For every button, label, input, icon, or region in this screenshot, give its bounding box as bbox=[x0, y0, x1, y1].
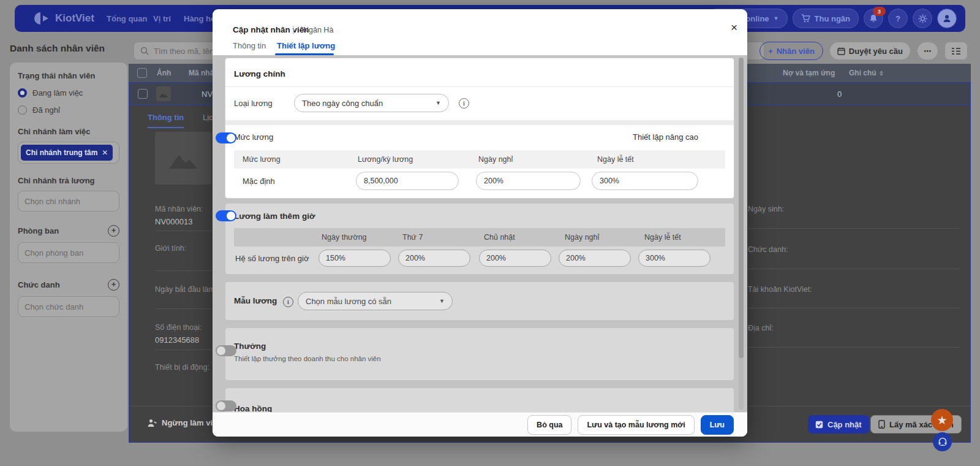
code-value: NV000013 bbox=[155, 217, 192, 226]
radio-dang-lam-viec[interactable]: Đang làm việc bbox=[18, 88, 119, 97]
notification-badge: 3 bbox=[873, 7, 886, 16]
add-role-icon[interactable]: + bbox=[108, 279, 119, 291]
dept-label: Phòng ban + bbox=[18, 225, 119, 237]
bonus-description: Thiết lập thưởng theo doanh thu cho nhân… bbox=[234, 355, 381, 362]
dayoff-input[interactable] bbox=[476, 172, 581, 190]
overtime-table-row: Hệ số lương trên giờ bbox=[234, 246, 725, 270]
columns-icon bbox=[951, 47, 961, 55]
salary-col-3: Ngày lễ tết bbox=[597, 150, 634, 169]
close-icon[interactable]: × bbox=[731, 21, 737, 33]
detail-tab-info[interactable]: Thông tin bbox=[148, 113, 184, 128]
ot-input-1[interactable] bbox=[398, 250, 470, 267]
ellipsis-icon: ⋯ bbox=[924, 47, 932, 56]
ot-field-2[interactable] bbox=[479, 246, 551, 270]
ot-col-4: Ngày lễ tết bbox=[644, 228, 681, 246]
thu-ngan-button[interactable]: Thu ngân bbox=[793, 9, 859, 28]
toolbar-buttons: + Nhân viên Duyệt yêu cầu ⋯ bbox=[760, 42, 968, 60]
dept-select[interactable]: Chọn phòng ban bbox=[18, 242, 119, 263]
add-employee-button[interactable]: + Nhân viên bbox=[760, 42, 823, 60]
holiday-field[interactable] bbox=[592, 169, 698, 193]
ot-field-1[interactable] bbox=[398, 246, 470, 270]
gender-label: Giới tính: bbox=[155, 244, 186, 253]
ot-input-0[interactable] bbox=[318, 250, 391, 267]
template-placeholder: Chọn mẫu lương có sẵn bbox=[306, 297, 391, 306]
ot-field-0[interactable] bbox=[318, 246, 391, 270]
notifications-button[interactable]: 3 bbox=[864, 9, 883, 28]
info-icon[interactable]: i bbox=[459, 98, 469, 109]
ot-input-4[interactable] bbox=[638, 250, 710, 267]
modal-footer: Bỏ qua Lưu và tạo mẫu lương mới Lưu bbox=[213, 412, 747, 437]
bonus-toggle[interactable] bbox=[216, 345, 236, 356]
column-settings-button[interactable] bbox=[944, 42, 968, 60]
salary-amount-input[interactable] bbox=[356, 172, 459, 190]
branch-pay-select[interactable]: Chọn chi nhánh bbox=[18, 191, 119, 212]
branch-pay-label: Chi nhánh trả lương bbox=[18, 176, 119, 185]
info-icon[interactable]: i bbox=[283, 297, 293, 307]
col-debt[interactable]: Nợ và tạm ứng bbox=[783, 64, 835, 82]
skip-button[interactable]: Bỏ qua bbox=[527, 415, 571, 435]
col-photo[interactable]: Ảnh bbox=[157, 64, 171, 82]
approve-request-button[interactable]: Duyệt yêu cầu bbox=[829, 42, 911, 60]
branch-tag-label: Chi nhánh trung tâm bbox=[26, 148, 97, 157]
add-dept-icon[interactable]: + bbox=[108, 225, 119, 237]
divider bbox=[748, 347, 959, 348]
more-actions-button[interactable]: ⋯ bbox=[917, 42, 938, 60]
branch-tag: Chi nhánh trung tâm ✕ bbox=[21, 145, 113, 161]
salary-amount-field[interactable] bbox=[356, 169, 459, 193]
row-checkbox[interactable] bbox=[138, 83, 148, 105]
remove-tag-icon[interactable]: ✕ bbox=[102, 148, 108, 157]
divider bbox=[748, 228, 959, 229]
modal-employee-name: Ngân Hà bbox=[303, 26, 333, 34]
branch-work-select[interactable]: Chi nhánh trung tâm ✕ bbox=[18, 142, 119, 164]
chevron-down-icon: ▼ bbox=[439, 298, 445, 304]
stop-working-button[interactable]: Ngừng làm việc bbox=[148, 418, 222, 427]
support-fab[interactable] bbox=[933, 432, 952, 451]
section-gap bbox=[225, 120, 734, 125]
update-button[interactable]: Cập nhật bbox=[808, 415, 869, 434]
dayoff-field[interactable] bbox=[476, 169, 581, 193]
salary-type-select[interactable]: Theo ngày công chuẩn ▼ bbox=[294, 94, 449, 112]
salary-level-label: Mức lương bbox=[234, 132, 273, 142]
ot-field-4[interactable] bbox=[638, 246, 710, 270]
commission-toggle[interactable] bbox=[216, 400, 236, 411]
employee-photo-placeholder bbox=[155, 132, 211, 185]
phone-label: Số điện thoại: bbox=[155, 323, 202, 332]
account-button[interactable] bbox=[937, 9, 957, 28]
salary-type-label: Loại lương bbox=[234, 99, 273, 108]
role-select[interactable]: Chọn chức danh bbox=[18, 296, 119, 317]
settings-button[interactable] bbox=[913, 9, 932, 28]
account-label: Tài khoản KiotViet: bbox=[748, 285, 812, 294]
radio-da-nghi[interactable]: Đã nghỉ bbox=[18, 105, 119, 115]
radio-unselected-icon bbox=[18, 105, 27, 115]
save-and-create-template-button[interactable]: Lưu và tạo mẫu lương mới bbox=[578, 415, 694, 435]
rewards-fab[interactable]: ★ bbox=[931, 409, 953, 431]
modal-tab-info[interactable]: Thông tin bbox=[233, 41, 266, 50]
salary-table-row: Mặc định bbox=[234, 169, 725, 193]
nav-item-tong-quan[interactable]: Tổng quan bbox=[107, 14, 147, 23]
ot-input-2[interactable] bbox=[479, 250, 551, 267]
nav-item-vi-tri[interactable]: Vị trí bbox=[153, 14, 171, 23]
kiotviet-logo-icon[interactable] bbox=[34, 12, 50, 25]
commission-section: Hoa hồng bbox=[225, 388, 734, 412]
select-all-checkbox[interactable] bbox=[137, 64, 147, 82]
sort-icon bbox=[880, 71, 883, 76]
brand-name[interactable]: KiotViet bbox=[55, 12, 94, 25]
person-remove-icon bbox=[148, 419, 157, 427]
holiday-input[interactable] bbox=[592, 172, 698, 190]
modal-tab-salary[interactable]: Thiết lập lương bbox=[277, 41, 335, 50]
salary-type-value: Theo ngày công chuẩn bbox=[302, 99, 383, 108]
col-note[interactable]: Ghi chú bbox=[849, 64, 883, 82]
col-note-label: Ghi chú bbox=[849, 69, 876, 77]
ot-field-3[interactable] bbox=[559, 246, 631, 270]
modal-scrollbar[interactable] bbox=[739, 58, 744, 410]
scrollbar-thumb[interactable] bbox=[739, 58, 744, 358]
help-button[interactable]: ? bbox=[888, 9, 908, 28]
overtime-toggle[interactable] bbox=[216, 210, 236, 221]
phone-value: 0912345688 bbox=[155, 335, 199, 345]
save-button[interactable]: Lưu bbox=[701, 415, 734, 435]
ot-input-3[interactable] bbox=[559, 250, 631, 267]
template-select[interactable]: Chọn mẫu lương có sẵn ▼ bbox=[298, 292, 453, 310]
ot-col-2: Chủ nhật bbox=[484, 228, 515, 246]
salary-col-2: Ngày nghỉ bbox=[478, 150, 513, 169]
advanced-toggle[interactable] bbox=[216, 132, 236, 143]
